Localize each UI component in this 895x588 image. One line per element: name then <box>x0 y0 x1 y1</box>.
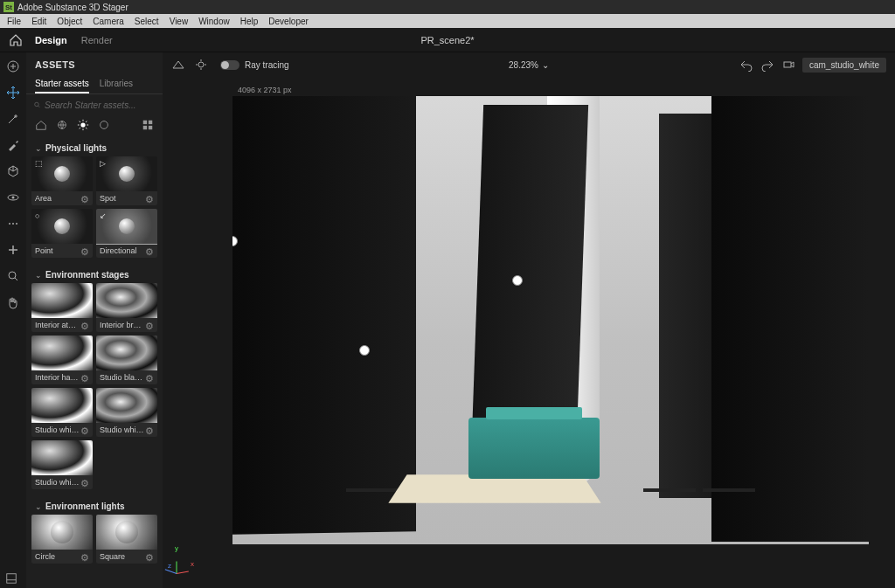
dropper-tool-icon[interactable] <box>6 138 20 152</box>
hand-tool-icon[interactable] <box>6 295 20 309</box>
light-gizmo[interactable] <box>359 345 370 356</box>
filter-light-icon[interactable] <box>77 119 89 131</box>
svg-rect-11 <box>143 121 147 124</box>
assets-panel-header: ASSETS <box>26 52 163 75</box>
plus-tool-icon[interactable] <box>6 243 20 257</box>
asset-directional-light[interactable]: ↙ Directional⚙ <box>96 209 157 258</box>
axis-gizmo[interactable]: y x z <box>177 553 198 574</box>
cube-tool-icon[interactable] <box>6 164 20 178</box>
filter-home-icon[interactable] <box>35 119 47 131</box>
settings-icon[interactable]: ⚙ <box>80 478 89 487</box>
asset-spot-light[interactable]: ▷ Spot⚙ <box>96 156 157 205</box>
asset-label: Interior brutalist… <box>100 321 145 329</box>
render-settings-icon[interactable] <box>194 58 208 72</box>
toggle-track[interactable] <box>220 60 239 70</box>
asset-env-stage[interactable]: Studio white so…⚙ <box>96 388 157 437</box>
viewport-canvas[interactable]: 4096 x 2731 px y x z <box>171 80 886 579</box>
menu-help[interactable]: Help <box>235 17 264 26</box>
main-area: ASSETS Starter assets Libraries ⌄ Physic… <box>0 52 895 588</box>
tab-design[interactable]: Design <box>35 35 67 45</box>
asset-env-stage[interactable]: Interior brutalist…⚙ <box>96 283 157 332</box>
eye-tool-icon[interactable] <box>6 190 20 204</box>
move-tool-icon[interactable] <box>6 86 20 100</box>
settings-icon[interactable]: ⚙ <box>145 194 154 203</box>
menu-view[interactable]: View <box>164 17 194 26</box>
asset-point-light[interactable]: ○ Point⚙ <box>31 209 93 258</box>
menu-developer[interactable]: Developer <box>263 17 314 26</box>
asset-env-stage[interactable]: Studio white um…⚙ <box>31 440 93 489</box>
menu-object[interactable]: Object <box>52 17 87 26</box>
tab-libraries[interactable]: Libraries <box>100 75 133 93</box>
menu-camera[interactable]: Camera <box>87 17 129 26</box>
render-view[interactable] <box>232 96 869 544</box>
section-title: Environment stages <box>45 270 129 280</box>
z-axis-label: z <box>168 562 171 570</box>
wand-tool-icon[interactable] <box>6 112 20 126</box>
settings-icon[interactable]: ⚙ <box>80 425 89 434</box>
svg-rect-12 <box>149 121 152 124</box>
asset-env-light[interactable]: Circle⚙ <box>31 515 93 564</box>
section-env-stages[interactable]: ⌄ Environment stages <box>26 265 163 283</box>
settings-icon[interactable]: ⚙ <box>145 552 154 561</box>
settings-icon[interactable]: ⚙ <box>80 373 89 382</box>
menu-edit[interactable]: Edit <box>26 17 52 26</box>
svg-point-5 <box>16 223 17 225</box>
directional-icon: ↙ <box>100 211 107 220</box>
asset-env-stage[interactable]: Studio black soft…⚙ <box>96 336 157 384</box>
settings-icon[interactable]: ⚙ <box>145 321 154 329</box>
search-icon <box>33 100 41 110</box>
section-env-lights[interactable]: ⌄ Environment lights <box>26 496 163 515</box>
zoom-control[interactable]: 28.23% ⌄ <box>509 60 549 70</box>
filter-globe-icon[interactable] <box>56 119 68 131</box>
redo-camera-icon[interactable] <box>760 58 774 72</box>
viewport-toolbar: Ray tracing 28.23% ⌄ cam_studio_white <box>163 52 895 77</box>
settings-icon[interactable]: ⚙ <box>80 552 89 561</box>
light-gizmo[interactable] <box>512 275 523 286</box>
viewport-area: Ray tracing 28.23% ⌄ cam_studio_white 40… <box>163 52 895 588</box>
env-stages-grid: Interior atelier s…⚙ Interior brutalist…… <box>26 283 163 496</box>
settings-icon[interactable]: ⚙ <box>80 246 89 255</box>
panel-expand-icon[interactable] <box>5 572 17 585</box>
chevron-down-icon: ⌄ <box>35 502 42 511</box>
perspective-icon[interactable] <box>171 58 185 72</box>
settings-icon[interactable]: ⚙ <box>145 246 154 255</box>
env-lights-grid: Circle⚙ Square⚙ <box>26 515 163 571</box>
camera-list-icon[interactable] <box>781 58 795 72</box>
camera-dropdown[interactable]: cam_studio_white <box>802 58 886 73</box>
assets-tabs: Starter assets Libraries <box>26 75 163 94</box>
tool-strip <box>0 52 26 588</box>
asset-label: Interior haussm… <box>35 373 80 382</box>
svg-point-15 <box>198 62 204 67</box>
asset-env-stage[interactable]: Studio white ha…⚙ <box>31 388 93 437</box>
section-physical-lights[interactable]: ⌄ Physical lights <box>26 138 163 156</box>
settings-icon[interactable]: ⚙ <box>80 194 89 203</box>
add-tool-icon[interactable] <box>6 59 20 73</box>
asset-label: Interior atelier s… <box>35 321 80 329</box>
dots-tool-icon[interactable] <box>6 217 20 231</box>
undo-camera-icon[interactable] <box>739 58 753 72</box>
menu-window[interactable]: Window <box>193 17 235 26</box>
assets-search-input[interactable] <box>45 100 156 110</box>
search-tool-icon[interactable] <box>6 269 20 283</box>
asset-env-stage[interactable]: Interior haussm…⚙ <box>31 336 93 384</box>
svg-point-7 <box>35 102 39 107</box>
assets-panel: ASSETS Starter assets Libraries ⌄ Physic… <box>26 52 163 588</box>
menu-file[interactable]: File <box>2 17 26 26</box>
tab-render[interactable]: Render <box>81 35 113 45</box>
view-grid-icon[interactable] <box>142 119 154 131</box>
resolution-label: 4096 x 2731 px <box>238 86 292 94</box>
settings-icon[interactable]: ⚙ <box>145 425 154 434</box>
asset-label: Area <box>35 194 80 203</box>
chevron-down-icon: ⌄ <box>35 271 42 280</box>
tab-starter-assets[interactable]: Starter assets <box>35 75 89 93</box>
asset-env-stage[interactable]: Interior atelier s…⚙ <box>31 283 93 332</box>
asset-env-light[interactable]: Square⚙ <box>96 515 157 564</box>
chevron-down-icon[interactable]: ⌄ <box>542 60 549 70</box>
ray-tracing-toggle[interactable]: Ray tracing <box>220 60 289 70</box>
filter-material-icon[interactable] <box>98 119 110 131</box>
asset-area-light[interactable]: ⬚ Area⚙ <box>31 156 93 205</box>
home-icon[interactable] <box>9 33 23 47</box>
settings-icon[interactable]: ⚙ <box>80 321 89 329</box>
menu-select[interactable]: Select <box>129 17 164 26</box>
settings-icon[interactable]: ⚙ <box>145 373 154 382</box>
